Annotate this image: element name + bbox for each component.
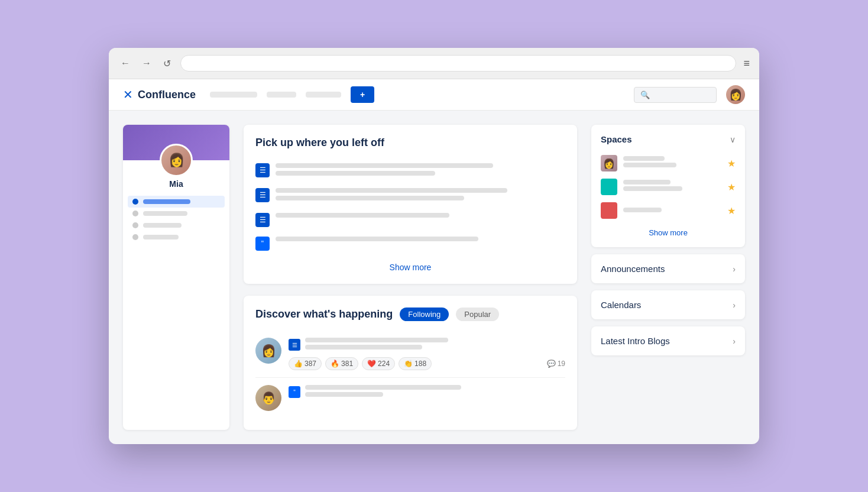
logo-area: ✕ Confluence: [123, 88, 196, 102]
popular-tab[interactable]: Popular: [456, 308, 499, 321]
profile-nav-item-4[interactable]: [128, 231, 225, 243]
profile-nav-item-1[interactable]: [128, 196, 225, 208]
spaces-title: Spaces: [601, 134, 632, 144]
center-col: Pick up where you left off ☰ ☰: [244, 125, 577, 430]
profile-nav-dot-4: [132, 234, 138, 240]
url-bar[interactable]: [180, 55, 736, 72]
discover-title: Discover what's happening: [255, 308, 393, 321]
blog-avatar-2[interactable]: 👨: [255, 385, 281, 411]
recent-section: Pick up where you left off ☰ ☰: [244, 125, 577, 284]
comment-count-1: 19: [558, 360, 565, 368]
content-lines-2: [276, 188, 565, 203]
blog-page-icon-1: ☰: [289, 339, 300, 351]
space-lines-1: [623, 156, 721, 170]
space-lines-2: [623, 180, 721, 194]
space-star-1[interactable]: ★: [727, 158, 736, 169]
reaction-heart[interactable]: ❤️ 224: [362, 357, 395, 370]
recent-item-1[interactable]: ☰: [255, 158, 565, 183]
nav-pill-2[interactable]: [267, 92, 296, 98]
nav-pill-3[interactable]: [306, 92, 341, 98]
recent-item-3[interactable]: ☰: [255, 208, 565, 232]
announcements-card: Announcements ›: [591, 254, 745, 283]
nav-pill-1[interactable]: [210, 92, 257, 98]
latest-intro-blogs-chevron-icon[interactable]: ›: [733, 336, 736, 346]
space-star-3[interactable]: ★: [727, 205, 736, 216]
recent-item-2[interactable]: ☰: [255, 183, 565, 208]
profile-nav-item-2[interactable]: [128, 208, 225, 219]
spaces-show-more: Show more: [601, 227, 736, 238]
blog-content-1: ☰ 👍 387 🔥: [289, 338, 565, 370]
space-item-2[interactable]: ★: [601, 175, 736, 199]
calendars-chevron-icon[interactable]: ›: [733, 300, 736, 310]
profile-nav-dot-3: [132, 222, 138, 228]
fire-icon: 🔥: [331, 360, 339, 368]
announcements-row: Announcements ›: [601, 264, 736, 274]
profile-nav-bar-4: [143, 235, 179, 239]
heart-icon: ❤️: [367, 360, 376, 368]
blog-avatar-1[interactable]: 👩: [255, 338, 281, 364]
space-item-1[interactable]: 👩 ★: [601, 151, 736, 175]
profile-nav-item-3[interactable]: [128, 219, 225, 231]
calendars-title[interactable]: Calendars: [601, 300, 641, 310]
top-nav: ✕ Confluence + 🔍 👩: [109, 79, 759, 111]
content-lines-4: [276, 237, 565, 244]
right-sidebar: Spaces ∨ 👩 ★: [591, 125, 745, 430]
browser-menu-icon[interactable]: ≡: [743, 57, 750, 70]
search-box[interactable]: 🔍: [634, 87, 717, 103]
following-tab[interactable]: Following: [400, 308, 449, 321]
latest-intro-blogs-row: Latest Intro Blogs ›: [601, 336, 736, 346]
calendars-row: Calendars ›: [601, 300, 736, 310]
spaces-chevron-icon[interactable]: ∨: [730, 135, 736, 144]
blog-lines-2: [305, 385, 565, 400]
space-star-2[interactable]: ★: [727, 182, 736, 193]
user-avatar-image: 👩: [726, 85, 745, 104]
logo-text: Confluence: [138, 89, 196, 101]
spaces-show-more-button[interactable]: Show more: [649, 228, 688, 237]
refresh-button[interactable]: ↺: [161, 57, 173, 70]
content-lines-1: [276, 163, 565, 179]
user-avatar[interactable]: 👩: [726, 85, 745, 104]
browser-window: ← → ↺ ≡ ✕ Confluence + 🔍 👩: [109, 48, 759, 444]
discover-section: Discover what's happening Following Popu…: [244, 296, 577, 430]
reaction-thumbs-up[interactable]: 👍 387: [289, 357, 322, 370]
discover-header: Discover what's happening Following Popu…: [255, 308, 565, 321]
create-button[interactable]: +: [351, 86, 374, 103]
blog-lines-1: [305, 338, 565, 352]
space-dot-1: 👩: [601, 155, 617, 171]
recent-title: Pick up where you left off: [255, 137, 565, 149]
announcements-chevron-icon[interactable]: ›: [733, 264, 736, 274]
latest-intro-blogs-card: Latest Intro Blogs ›: [591, 326, 745, 355]
browser-bar: ← → ↺ ≡: [109, 48, 759, 79]
space-lines-3: [623, 208, 721, 214]
blog-icon-row-2: ": [289, 385, 565, 400]
profile-nav-bar-3: [143, 223, 182, 228]
profile-card: 👩 Mia: [123, 125, 229, 430]
profile-avatar[interactable]: 👩: [160, 144, 193, 177]
page-icon-1: ☰: [255, 163, 270, 177]
thumbs-up-icon: 👍: [294, 360, 303, 368]
profile-nav-dot-1: [132, 199, 138, 205]
heart-count: 224: [378, 360, 390, 368]
blog-item-1: 👩 ☰ 👍 387: [255, 331, 565, 378]
space-dot-3: [601, 202, 617, 219]
reactions-1: 👍 387 🔥 381 ❤️ 224: [289, 357, 565, 370]
search-icon: 🔍: [640, 90, 650, 99]
comment-badge-1[interactable]: 💬 19: [547, 357, 565, 370]
recent-item-4[interactable]: ": [255, 232, 565, 255]
blog-page-icon-2: ": [289, 386, 300, 398]
spaces-header: Spaces ∨: [601, 134, 736, 144]
calendars-card: Calendars ›: [591, 290, 745, 319]
latest-intro-blogs-title[interactable]: Latest Intro Blogs: [601, 336, 670, 346]
show-more-button[interactable]: Show more: [390, 263, 432, 272]
reaction-clap[interactable]: 👏 188: [399, 357, 432, 370]
reaction-fire[interactable]: 🔥 381: [325, 357, 358, 370]
announcements-title[interactable]: Announcements: [601, 264, 665, 274]
profile-avatar-wrap: 👩: [123, 144, 229, 177]
profile-nav-dot-2: [132, 211, 138, 216]
forward-button[interactable]: →: [140, 57, 154, 70]
page-icon-4: ": [255, 237, 270, 251]
profile-nav-bar-1: [143, 199, 190, 204]
space-item-3[interactable]: ★: [601, 199, 736, 222]
back-button[interactable]: ←: [118, 57, 132, 70]
blog-icon-row-1: ☰: [289, 338, 565, 352]
